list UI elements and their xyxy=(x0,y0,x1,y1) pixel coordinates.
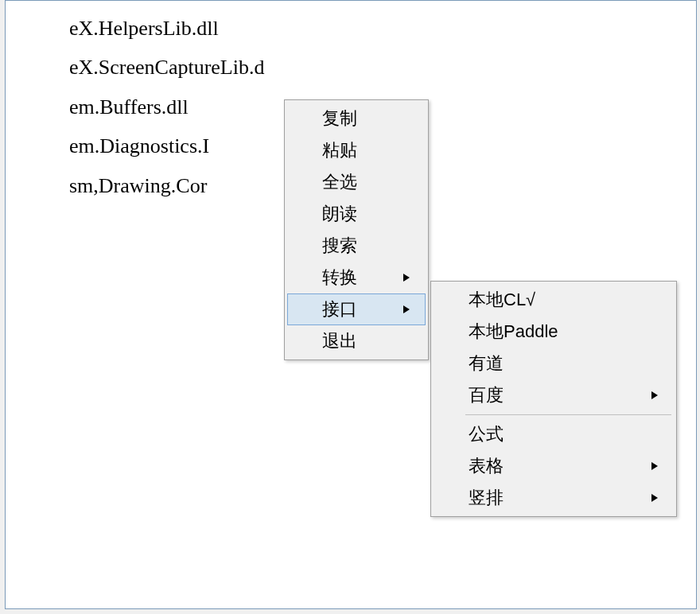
svg-marker-3 xyxy=(651,462,658,470)
menu-item-label: 表格 xyxy=(469,454,504,478)
menu-item-label: 转换 xyxy=(322,266,357,290)
menu-item-formula[interactable]: 公式 xyxy=(434,418,674,450)
menu-item-select-all[interactable]: 全选 xyxy=(287,166,426,198)
menu-item-search[interactable]: 搜索 xyxy=(287,230,426,262)
triangle-right-icon xyxy=(636,391,658,399)
menu-item-copy[interactable]: 复制 xyxy=(287,103,426,134)
menu-item-label: 搜索 xyxy=(322,234,357,258)
menu-item-baidu[interactable]: 百度 xyxy=(434,379,674,411)
menu-item-label: 朗读 xyxy=(322,202,357,226)
text-line[interactable]: sm,Drawing.Cor xyxy=(69,166,264,205)
menu-item-label: 公式 xyxy=(469,422,504,446)
svg-marker-1 xyxy=(403,305,410,313)
menu-item-interface[interactable]: 接口 xyxy=(287,293,426,325)
menu-item-label: 接口 xyxy=(322,297,357,321)
text-content-area: eX.HelpersLib.dll eX.ScreenCaptureLib.d … xyxy=(69,9,264,205)
menu-item-label: 竖排 xyxy=(469,486,504,510)
menu-item-table[interactable]: 表格 xyxy=(434,450,674,482)
menu-separator xyxy=(465,414,671,415)
menu-item-vertical[interactable]: 竖排 xyxy=(434,482,674,514)
menu-item-youdao[interactable]: 有道 xyxy=(434,348,674,379)
menu-item-label: 本地CL√ xyxy=(469,288,535,312)
menu-item-paste[interactable]: 粘贴 xyxy=(287,134,426,166)
menu-item-label: 有道 xyxy=(469,352,504,375)
menu-item-label: 粘贴 xyxy=(322,138,357,162)
triangle-right-icon xyxy=(387,274,410,282)
context-menu: 复制 粘贴 全选 朗读 搜索 转换 接口 退出 xyxy=(284,99,429,360)
interface-submenu: 本地CL√ 本地Paddle 有道 百度 公式 表格 竖排 xyxy=(430,281,677,517)
menu-item-local-cl[interactable]: 本地CL√ xyxy=(434,284,674,316)
triangle-right-icon xyxy=(636,494,658,502)
menu-item-label: 本地Paddle xyxy=(469,320,558,344)
menu-item-exit[interactable]: 退出 xyxy=(287,325,426,357)
menu-item-convert[interactable]: 转换 xyxy=(287,262,426,293)
svg-marker-4 xyxy=(651,494,658,502)
menu-item-read-aloud[interactable]: 朗读 xyxy=(287,198,426,230)
menu-item-label: 退出 xyxy=(322,329,357,353)
text-line[interactable]: eX.ScreenCaptureLib.d xyxy=(69,48,264,87)
svg-marker-0 xyxy=(403,274,410,282)
triangle-right-icon xyxy=(636,462,658,470)
text-line[interactable]: em.Diagnostics.I xyxy=(69,126,264,165)
svg-marker-2 xyxy=(651,391,658,399)
triangle-right-icon xyxy=(387,305,410,313)
text-line[interactable]: eX.HelpersLib.dll xyxy=(69,9,264,48)
menu-item-local-paddle[interactable]: 本地Paddle xyxy=(434,316,674,348)
main-window: eX.HelpersLib.dll eX.ScreenCaptureLib.d … xyxy=(5,0,697,609)
menu-item-label: 百度 xyxy=(469,383,504,407)
text-line[interactable]: em.Buffers.dll xyxy=(69,87,264,126)
menu-item-label: 全选 xyxy=(322,170,357,194)
menu-item-label: 复制 xyxy=(322,107,357,130)
